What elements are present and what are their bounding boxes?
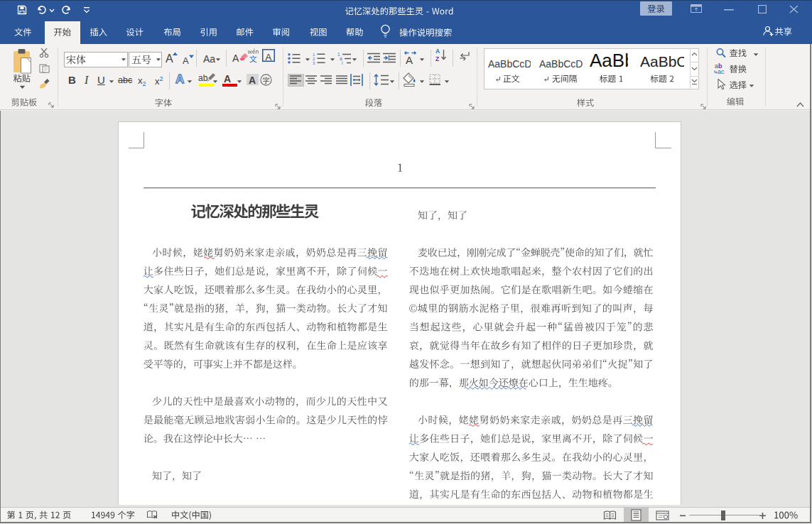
svg-text:3: 3: [313, 61, 315, 65]
svg-text:Z: Z: [435, 55, 439, 62]
svg-text:i: i: [342, 60, 342, 65]
svg-text:A: A: [435, 48, 440, 55]
svg-text:A: A: [406, 54, 413, 66]
svg-text:ac: ac: [718, 68, 725, 75]
